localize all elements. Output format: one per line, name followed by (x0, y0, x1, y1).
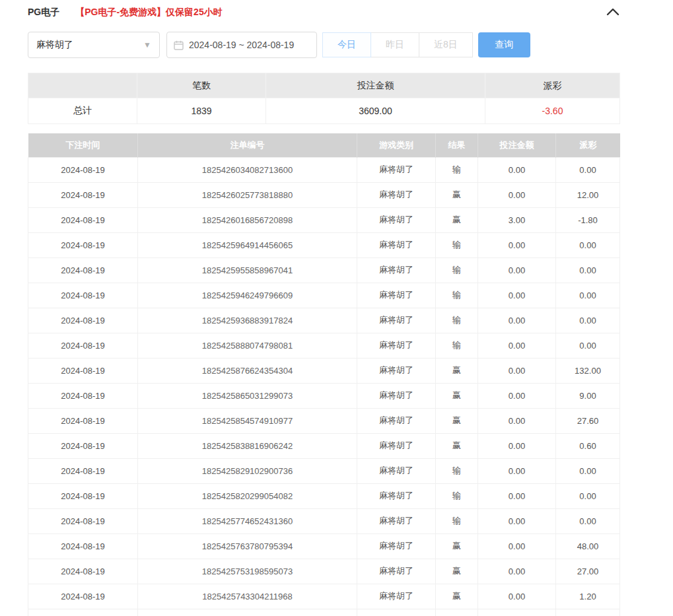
cell-bet: 0.00 (478, 257, 556, 283)
cell-bet: 0.00 (478, 584, 556, 609)
cell-game: 麻将胡了 (357, 559, 436, 584)
summary-header-empty (28, 73, 137, 98)
search-button[interactable]: 查询 (478, 32, 530, 57)
cell-order_id: 1825425936883917824 (138, 308, 357, 333)
cell-order_id: 1825425838816906242 (138, 433, 357, 458)
cell-order_id: 1825426016856720898 (138, 207, 357, 232)
cell-bet: 0.00 (478, 283, 556, 308)
table-row: 2024-08-191825425936883917824麻将胡了输0.000.… (28, 308, 620, 333)
date-range-value: 2024-08-19 ~ 2024-08-19 (189, 40, 294, 50)
cell-bet: 0.00 (478, 358, 556, 383)
cell-game: 麻将胡了 (357, 257, 436, 283)
summary-header-payout: 派彩 (485, 73, 620, 98)
summary-header-bet-amount: 投注金额 (266, 73, 485, 98)
cell-result: 输 (436, 157, 478, 182)
cell-bet: 0.00 (478, 433, 556, 458)
summary-total-bet-amount: 3609.00 (266, 98, 485, 124)
header-payout: 派彩 (556, 133, 620, 157)
header-game-type: 游戏类别 (357, 133, 436, 157)
table-row: 2024-08-191825426025773818880麻将胡了赢0.0012… (28, 182, 620, 207)
table-row: 2024-08-191825425763780795394麻将胡了赢0.0048… (28, 533, 620, 559)
cell-game: 麻将胡了 (357, 533, 436, 559)
table-row: 2024-08-191825425854574910977麻将胡了赢0.0027… (28, 408, 620, 433)
cell-payout: 0.00 (556, 333, 620, 358)
game-select[interactable]: 麻将胡了 ▼ (28, 32, 160, 58)
cell-date: 2024-08-19 (28, 584, 138, 609)
table-row: 2024-08-191825426034082713600麻将胡了输0.000.… (28, 157, 620, 182)
cell-payout: 0.60 (556, 433, 620, 458)
summary-total-payout: -3.60 (485, 98, 620, 124)
cell-game: 麻将胡了 (357, 433, 436, 458)
today-button[interactable]: 今日 (322, 32, 371, 57)
cell-order_id: 1825426025773818880 (138, 182, 357, 207)
cell-order_id: 1825425946249796609 (138, 283, 357, 308)
records-header-row: 下注时间 注单编号 游戏类别 结果 投注金额 派彩 (28, 133, 620, 157)
cell-game: 麻将胡了 (357, 333, 436, 358)
betting-records-page: PG电子 【PG电子-免费游戏】仅保留25小时 麻将胡了 ▼ 2024-08-1… (0, 3, 673, 616)
cell-order_id: 1825425820299054082 (138, 483, 357, 508)
summary-total-label: 总计 (28, 98, 137, 124)
cell-payout: 48.00 (556, 533, 620, 559)
collapse-button[interactable] (606, 7, 620, 18)
cell-date: 2024-08-19 (28, 333, 138, 358)
yesterday-button[interactable]: 昨日 (371, 32, 419, 57)
cell-bet: 0.00 (478, 483, 556, 508)
date-range-input[interactable]: 2024-08-19 ~ 2024-08-19 (166, 32, 317, 58)
table-row: 2024-08-191825425865031299073麻将胡了赢0.009.… (28, 383, 620, 408)
cell-result: 赢 (436, 358, 478, 383)
cell-result: 输 (436, 283, 478, 308)
summary-header-row: 笔数 投注金额 派彩 (28, 73, 620, 98)
cell-order_id: 1825425734874883328 (138, 609, 357, 616)
cell-result: 输 (436, 483, 478, 508)
cell-game: 麻将胡了 (357, 232, 436, 257)
chevron-up-icon (606, 7, 620, 18)
cell-bet: 0.00 (478, 232, 556, 257)
cell-order_id: 1825425865031299073 (138, 383, 357, 408)
cell-game: 麻将胡了 (357, 584, 436, 609)
table-row: 2024-08-191825425838816906242麻将胡了赢0.000.… (28, 433, 620, 458)
cell-bet: 0.00 (478, 533, 556, 559)
panel-title: PG电子 (28, 7, 59, 18)
cell-payout: 0.00 (556, 157, 620, 182)
game-select-value: 麻将胡了 (36, 39, 73, 51)
cell-order_id: 1825425854574910977 (138, 408, 357, 433)
cell-game: 麻将胡了 (357, 207, 436, 232)
cell-result: 输 (436, 232, 478, 257)
cell-order_id: 1825425876624354304 (138, 358, 357, 383)
cell-order_id: 1825425743304211968 (138, 584, 357, 609)
filter-bar: 麻将胡了 ▼ 2024-08-19 ~ 2024-08-19 今日 昨日 近8日… (28, 32, 673, 58)
cell-result: 赢 (436, 609, 478, 616)
header-bet-amount: 投注金额 (478, 133, 556, 157)
cell-result: 输 (436, 257, 478, 283)
cell-bet: 0.00 (478, 157, 556, 182)
cell-date: 2024-08-19 (28, 157, 138, 182)
cell-date: 2024-08-19 (28, 283, 138, 308)
table-row: 2024-08-191825425774652431360麻将胡了输0.000.… (28, 508, 620, 533)
cell-result: 输 (436, 308, 478, 333)
cell-order_id: 1825425753198595073 (138, 559, 357, 584)
cell-result: 输 (436, 458, 478, 483)
cell-payout: 27.60 (556, 408, 620, 433)
cell-result: 赢 (436, 433, 478, 458)
cell-result: 赢 (436, 584, 478, 609)
cell-payout: 0.00 (556, 308, 620, 333)
cell-date: 2024-08-19 (28, 508, 138, 533)
summary-total-count: 1839 (137, 98, 266, 124)
cell-bet: 0.00 (478, 333, 556, 358)
cell-bet: 0.00 (478, 308, 556, 333)
cell-game: 麻将胡了 (357, 609, 436, 616)
last-8-days-button[interactable]: 近8日 (419, 32, 473, 57)
quick-range-group: 今日 昨日 近8日 (322, 32, 473, 57)
table-row: 2024-08-191825425734874883328麻将胡了赢0.001.… (28, 609, 620, 616)
cell-payout: 0.00 (556, 257, 620, 283)
cell-bet: 0.00 (478, 559, 556, 584)
cell-order_id: 1825425763780795394 (138, 533, 357, 559)
cell-game: 麻将胡了 (357, 508, 436, 533)
cell-date: 2024-08-19 (28, 358, 138, 383)
cell-game: 麻将胡了 (357, 358, 436, 383)
table-row: 2024-08-191825425753198595073麻将胡了赢0.0027… (28, 559, 620, 584)
cell-bet: 0.00 (478, 182, 556, 207)
cell-payout: 12.00 (556, 182, 620, 207)
cell-date: 2024-08-19 (28, 458, 138, 483)
cell-bet: 3.00 (478, 207, 556, 232)
